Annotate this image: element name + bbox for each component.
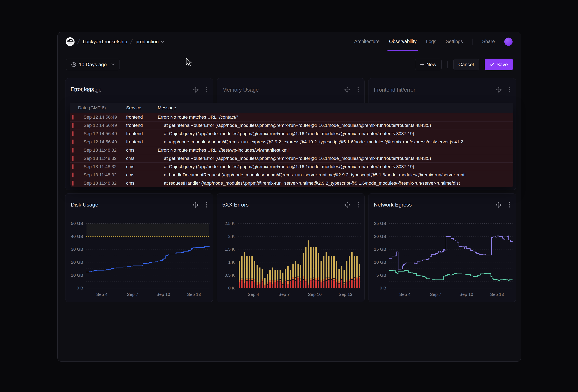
log-date: Sep 12 14:56:49 bbox=[77, 123, 126, 128]
disk-usage-chart: 0 B10 GB20 GB30 GB40 GB50 GBSep 4Sep 7Se… bbox=[65, 216, 213, 302]
kebab-menu-icon[interactable] bbox=[357, 202, 359, 208]
svg-text:Sep 10: Sep 10 bbox=[156, 292, 170, 297]
move-handle-icon[interactable] bbox=[496, 87, 502, 93]
nav-settings[interactable]: Settings bbox=[446, 32, 463, 51]
toolbar-actions: New Cancel Save bbox=[415, 59, 513, 70]
svg-text:Sep 13: Sep 13 bbox=[187, 292, 201, 297]
cancel-button-label: Cancel bbox=[458, 62, 474, 67]
severity-tick bbox=[72, 164, 73, 169]
svg-text:5 GB: 5 GB bbox=[376, 273, 386, 277]
column-date: Date (GMT-6) bbox=[77, 105, 126, 111]
kebab-menu-icon[interactable] bbox=[357, 87, 359, 93]
train-logo-icon bbox=[66, 37, 75, 46]
move-handle-icon[interactable] bbox=[193, 87, 199, 93]
log-date: Sep 13 11:48:32 bbox=[77, 147, 126, 153]
5xx-errors-chart: 0 K0.5 K1 K1.5 K2 K2.5 KSep 4Sep 7Sep 10… bbox=[217, 216, 364, 302]
svg-text:2.5 K: 2.5 K bbox=[225, 221, 235, 226]
log-row: Sep 12 14:56:49frontendat getInternalRou… bbox=[70, 121, 513, 130]
panel-title-5xx: 5XX Errors bbox=[222, 202, 248, 208]
panel-header: Disk Usage bbox=[65, 194, 213, 216]
panel-network-egress: Network Egress 0 B5 GB10 GB15 GB20 GB25 … bbox=[368, 193, 516, 302]
nav-architecture[interactable]: Architecture bbox=[354, 32, 380, 51]
log-service: cms bbox=[126, 164, 158, 169]
svg-text:Sep 4: Sep 4 bbox=[248, 292, 259, 297]
move-handle-icon[interactable] bbox=[344, 202, 350, 208]
log-message: at Object.query (/app/node_modules/.pnpm… bbox=[158, 131, 513, 136]
column-service: Service bbox=[126, 105, 158, 111]
kebab-menu-icon[interactable] bbox=[206, 202, 207, 208]
log-service: cms bbox=[126, 172, 158, 178]
panel-header: Network Egress bbox=[369, 194, 516, 216]
environment-selector[interactable]: production bbox=[135, 39, 164, 44]
chevron-down-icon bbox=[111, 64, 115, 66]
log-message: at /app/node_modules/.pnpm/@remix-run+ex… bbox=[158, 139, 513, 145]
log-row: Sep 13 11:48:32cmsat Object.query (/app/… bbox=[70, 162, 513, 171]
log-service: cms bbox=[126, 147, 158, 153]
svg-text:Sep 4: Sep 4 bbox=[399, 292, 411, 297]
move-handle-icon[interactable] bbox=[193, 202, 199, 208]
network-egress-chart: 0 B5 GB10 GB15 GB20 GB25 GBSep 4Sep 7Sep… bbox=[369, 216, 516, 302]
chart-area: 0 B10 GB20 GB30 GB40 GB50 GBSep 4Sep 7Se… bbox=[65, 216, 213, 302]
log-date: Sep 13 11:48:32 bbox=[77, 180, 126, 186]
svg-text:Sep 13: Sep 13 bbox=[338, 292, 352, 297]
svg-text:0.5 K: 0.5 K bbox=[225, 273, 235, 277]
dragged-panel-title[interactable]: Error logs bbox=[71, 86, 94, 92]
svg-text:15 GB: 15 GB bbox=[374, 247, 386, 252]
nav-observability[interactable]: Observability bbox=[389, 32, 417, 51]
error-logs-panel: Date (GMT-6) Service Message Sep 12 14:5… bbox=[70, 103, 513, 187]
new-panel-button[interactable]: New bbox=[415, 59, 441, 70]
chart-area: 0 K0.5 K1 K1.5 K2 K2.5 KSep 4Sep 7Sep 10… bbox=[217, 216, 364, 302]
panel-header: Memory Usage bbox=[217, 78, 364, 101]
nav-logs[interactable]: Logs bbox=[426, 32, 436, 51]
svg-text:Sep 10: Sep 10 bbox=[460, 292, 473, 297]
severity-tick bbox=[72, 173, 73, 177]
log-message: at Object.query (/app/node_modules/.pnpm… bbox=[158, 164, 513, 169]
severity-tick bbox=[72, 181, 73, 186]
time-range-selector[interactable]: 10 Days ago bbox=[66, 59, 120, 70]
kebab-menu-icon[interactable] bbox=[206, 87, 207, 93]
move-handle-icon[interactable] bbox=[344, 87, 350, 93]
panel-5xx-errors: 5XX Errors 0 K0.5 K1 K1.5 K2 K2.5 KSep 4… bbox=[217, 193, 365, 302]
new-button-label: New bbox=[427, 62, 436, 67]
log-row: Sep 13 11:48:32cmsError: No route matche… bbox=[70, 146, 513, 154]
check-icon bbox=[490, 63, 494, 66]
svg-text:20 GB: 20 GB bbox=[374, 234, 386, 239]
log-row: Sep 13 11:48:32cmsat handleDocumentReque… bbox=[70, 171, 513, 179]
dashboard-window: / backyard-rocketship / production Archi… bbox=[57, 32, 521, 362]
kebab-menu-icon[interactable] bbox=[509, 202, 511, 208]
log-table-header: Date (GMT-6) Service Message bbox=[70, 103, 513, 113]
railway-logo[interactable] bbox=[66, 37, 75, 46]
log-service: frontend bbox=[126, 123, 158, 128]
svg-text:10 GB: 10 GB bbox=[374, 260, 386, 264]
user-avatar[interactable] bbox=[504, 38, 513, 46]
svg-text:Sep 7: Sep 7 bbox=[279, 292, 290, 297]
svg-text:Sep 13: Sep 13 bbox=[490, 292, 504, 297]
severity-tick bbox=[72, 139, 73, 144]
panel-title-frontend: Frontend hit/error bbox=[374, 87, 415, 93]
chart-area: 0 B5 GB10 GB15 GB20 GB25 GBSep 4Sep 7Sep… bbox=[369, 216, 516, 302]
svg-text:0 B: 0 B bbox=[77, 286, 83, 290]
panel-title-disk: Disk Usage bbox=[71, 202, 98, 208]
save-button[interactable]: Save bbox=[485, 59, 513, 70]
top-bar: / backyard-rocketship / production Archi… bbox=[58, 32, 521, 51]
svg-text:20 GB: 20 GB bbox=[71, 260, 83, 264]
log-row: Sep 13 11:48:32cmsat getInternalRouterEr… bbox=[70, 154, 513, 162]
log-message: at handleDocumentRequest (/app/node_modu… bbox=[158, 172, 513, 178]
log-service: frontend bbox=[126, 115, 158, 120]
log-message: Error: No route matches URL "/contact/" bbox=[158, 115, 513, 120]
log-message: at getInternalRouterError (/app/node_mod… bbox=[158, 123, 513, 128]
cancel-button[interactable]: Cancel bbox=[453, 59, 479, 70]
time-range-value: 10 Days ago bbox=[79, 62, 107, 67]
log-table-body: Sep 12 14:56:49frontendError: No route m… bbox=[70, 113, 513, 187]
severity-tick bbox=[72, 131, 73, 136]
share-button[interactable]: Share bbox=[482, 32, 495, 51]
log-service: frontend bbox=[126, 131, 158, 136]
column-message: Message bbox=[158, 105, 513, 111]
project-name[interactable]: backyard-rocketship bbox=[83, 39, 127, 44]
log-service: cms bbox=[126, 156, 158, 161]
move-handle-icon[interactable] bbox=[496, 202, 502, 208]
svg-text:40 GB: 40 GB bbox=[71, 234, 83, 239]
svg-text:Sep 4: Sep 4 bbox=[96, 292, 107, 297]
kebab-menu-icon[interactable] bbox=[509, 87, 511, 93]
svg-text:0 K: 0 K bbox=[228, 286, 235, 290]
